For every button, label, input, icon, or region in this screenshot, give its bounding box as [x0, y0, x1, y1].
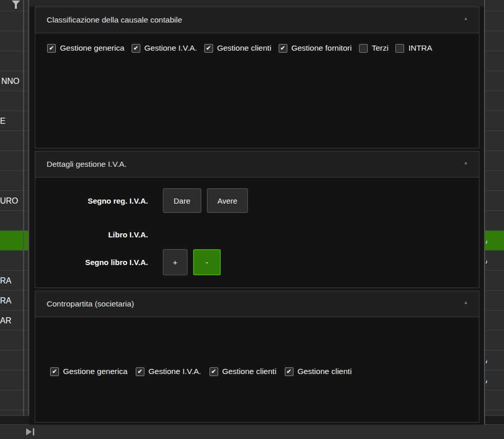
plus-button[interactable]: +: [163, 249, 187, 275]
grid-row[interactable]: [485, 311, 504, 331]
grid-row[interactable]: [0, 91, 29, 111]
grid-row[interactable]: [0, 211, 29, 231]
button-group: +-: [163, 249, 221, 275]
causale-contabile-window: NNOEURORARAAR Classificazione della caus…: [0, 0, 504, 439]
grid-row[interactable]: [0, 331, 29, 350]
left-data-grid: NNOEURORARAAR: [0, 0, 29, 425]
form-label: Segno reg. I.V.A.: [40, 196, 148, 205]
grid-row[interactable]: [0, 31, 29, 51]
grid-row[interactable]: [0, 171, 29, 191]
form-row-segno-reg-i-v-a: Segno reg. I.V.A.DareAvere: [40, 188, 248, 213]
grid-row[interactable]: E: [0, 111, 29, 131]
checkbox-label: Gestione clienti: [298, 367, 352, 376]
grid-row[interactable]: A: [485, 350, 504, 370]
checkbox-label: Terzi: [372, 43, 389, 53]
form-row-segno-libro-i-v-a: Segno libro I.V.A.+-: [40, 249, 221, 275]
checkbox[interactable]: ✔: [50, 367, 59, 376]
checkbox-item-terzi[interactable]: Terzi: [359, 43, 389, 53]
left-grid-header: [0, 0, 29, 11]
checkbox-item-gestione-clienti[interactable]: ✔Gestione clienti: [285, 367, 352, 376]
grid-row[interactable]: [485, 171, 504, 191]
grid-row[interactable]: [0, 131, 29, 151]
checkbox-label: Gestione generica: [63, 367, 128, 376]
grid-cell-text: RA: [0, 271, 24, 291]
grid-row[interactable]: [485, 291, 504, 311]
checkbox[interactable]: ✔: [204, 44, 213, 53]
checkbox[interactable]: ✔: [136, 367, 144, 376]
groupbox-header: Classificazione della causale contabile …: [35, 7, 479, 33]
right-data-grid: AAAA: [484, 0, 504, 425]
checkbox[interactable]: [395, 44, 404, 53]
checkbox-item-intra[interactable]: INTRA: [395, 43, 432, 53]
grid-row[interactable]: [485, 331, 504, 350]
checkbox-label: Gestione fornitori: [291, 43, 352, 53]
checkbox-item-gestione-fornitori[interactable]: ✔Gestione fornitori: [279, 43, 352, 53]
dare-button[interactable]: Dare: [163, 188, 201, 213]
top-strip: [29, 0, 484, 7]
grid-cell-text-fragment: A: [486, 370, 487, 390]
grid-row[interactable]: [485, 390, 504, 410]
right-grid-header: [485, 0, 504, 11]
grid-row[interactable]: [485, 131, 504, 151]
grid-row[interactable]: [485, 191, 504, 211]
grid-row[interactable]: [485, 151, 504, 171]
checkbox-item-gestione-generica[interactable]: ✔Gestione generica: [47, 43, 124, 53]
grid-row[interactable]: [0, 350, 29, 370]
grid-row[interactable]: [0, 251, 29, 271]
left-grid-footer-band: [0, 415, 29, 425]
grid-row[interactable]: [485, 211, 504, 231]
grid-row[interactable]: AR: [0, 311, 29, 331]
grid-cell-text: URO: [0, 191, 24, 211]
checkbox-label: Gestione clienti: [217, 43, 271, 53]
grid-row[interactable]: URO: [0, 191, 29, 211]
checkbox[interactable]: ✔: [209, 367, 218, 376]
minus-button[interactable]: -: [193, 249, 221, 275]
checkbox-item-gestione-clienti[interactable]: ✔Gestione clienti: [204, 43, 271, 53]
chevron-up-icon[interactable]: ▲: [464, 300, 468, 305]
grid-row[interactable]: [0, 51, 29, 71]
grid-cell-text: E: [0, 111, 24, 131]
groupbox-body: ✔Gestione generica✔Gestione I.V.A.✔Gesti…: [35, 317, 479, 422]
grid-row[interactable]: [0, 151, 29, 171]
grid-row[interactable]: [485, 91, 504, 111]
grid-row[interactable]: RA: [0, 271, 29, 291]
groupbox-title: Contropartita (societaria): [47, 299, 134, 309]
grid-row[interactable]: [0, 370, 29, 390]
checkbox[interactable]: [359, 44, 368, 53]
grid-row[interactable]: [485, 11, 504, 31]
grid-row[interactable]: NNO: [0, 71, 29, 91]
groupbox-dettagli-iva: Dettagli gestione I.V.A. ▲ Segno reg. I.…: [35, 151, 479, 288]
checkbox-row: ✔Gestione generica✔Gestione I.V.A.✔Gesti…: [47, 43, 432, 53]
grid-row[interactable]: [485, 111, 504, 131]
checkbox-item-gestione-i-v-a[interactable]: ✔Gestione I.V.A.: [136, 367, 201, 376]
checkbox[interactable]: ✔: [47, 44, 56, 53]
checkbox[interactable]: ✔: [132, 44, 140, 53]
checkbox-label: Gestione I.V.A.: [144, 43, 197, 53]
grid-row-selected[interactable]: A: [485, 231, 504, 251]
skip-to-last-icon[interactable]: [25, 428, 36, 438]
grid-row[interactable]: [0, 11, 29, 31]
grid-row[interactable]: RA: [0, 291, 29, 311]
checkbox-item-gestione-generica[interactable]: ✔Gestione generica: [50, 367, 128, 376]
chevron-up-icon[interactable]: ▲: [464, 160, 468, 165]
grid-cell-text-fragment: A: [486, 350, 487, 370]
grid-row[interactable]: [0, 390, 29, 410]
grid-row[interactable]: [485, 51, 504, 71]
grid-row[interactable]: [485, 31, 504, 51]
grid-row[interactable]: A: [485, 251, 504, 271]
filter-funnel-icon[interactable]: [11, 1, 20, 11]
checkbox[interactable]: ✔: [285, 367, 293, 376]
checkbox-item-gestione-i-v-a[interactable]: ✔Gestione I.V.A.: [132, 43, 197, 53]
grid-row[interactable]: [485, 71, 504, 91]
checkbox-item-gestione-clienti[interactable]: ✔Gestione clienti: [209, 367, 277, 376]
checkbox[interactable]: ✔: [279, 44, 287, 53]
record-navigator-footer: [0, 425, 504, 439]
grid-row[interactable]: [485, 271, 504, 291]
avere-button[interactable]: Avere: [207, 188, 248, 213]
grid-row[interactable]: A: [485, 370, 504, 390]
groupbox-header: Contropartita (societaria) ▲: [35, 291, 479, 317]
groupbox-title: Dettagli gestione I.V.A.: [47, 160, 127, 169]
chevron-up-icon[interactable]: ▲: [464, 16, 468, 21]
grid-cell-text: RA: [0, 291, 24, 311]
grid-row-selected[interactable]: [0, 231, 29, 251]
